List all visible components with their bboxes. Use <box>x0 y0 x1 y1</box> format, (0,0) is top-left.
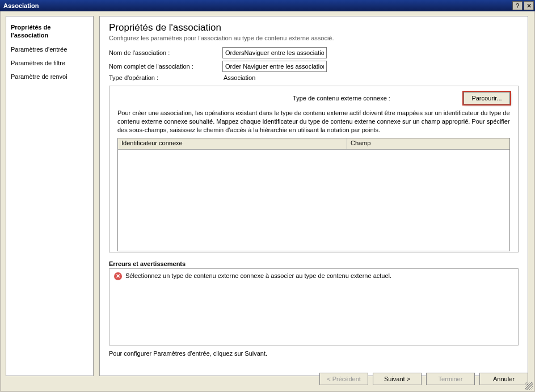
related-ect-label: Type de contenu externe connexe : <box>220 95 464 102</box>
related-ect-panel: Type de contenu externe connexe : Parcou… <box>109 86 519 252</box>
grid-header: Identificateur connexe Champ <box>118 138 509 150</box>
content-area: Propriétés de l'association Configurez l… <box>99 16 528 376</box>
error-message: Sélectionnez un type de contenu externe … <box>125 272 391 279</box>
assoc-fullname-input[interactable] <box>222 61 327 72</box>
assoc-name-label: Nom de l'association : <box>109 49 222 56</box>
cancel-button[interactable]: Annuler <box>479 373 528 385</box>
nav-item-input-params[interactable]: Paramètres d'entrée <box>10 43 90 57</box>
assoc-fullname-label: Nom complet de l'association : <box>109 63 222 70</box>
close-button[interactable]: ✕ <box>524 1 534 10</box>
error-icon: ✕ <box>114 272 122 280</box>
nav-item-properties[interactable]: Propriétés de l'association <box>10 21 90 43</box>
next-button[interactable]: Suivant > <box>373 373 422 385</box>
error-row: ✕ Sélectionnez un type de contenu extern… <box>114 272 513 280</box>
wizard-nav: Propriétés de l'association Paramètres d… <box>6 16 94 376</box>
optype-label: Type d'opération : <box>109 74 222 81</box>
browse-button[interactable]: Parcourir... <box>464 92 510 104</box>
assoc-name-input[interactable] <box>222 47 327 58</box>
page-subtitle: Configurez les paramètres pour l'associa… <box>109 35 519 41</box>
resize-grip-icon[interactable] <box>525 382 533 390</box>
dialog-body: Propriétés de l'association Paramètres d… <box>0 11 535 392</box>
next-hint: Pour configurer Paramètres d'entrée, cli… <box>109 350 519 357</box>
col-identifier-header[interactable]: Identificateur connexe <box>118 138 347 149</box>
related-ect-description: Pour créer une association, les opératio… <box>117 109 510 134</box>
col-field-header[interactable]: Champ <box>347 138 509 149</box>
optype-value: Association <box>222 74 255 81</box>
errors-heading: Erreurs et avertissements <box>109 260 519 267</box>
window-title: Association <box>3 2 39 9</box>
finish-button: Terminer <box>426 373 475 385</box>
errors-panel: ✕ Sélectionnez un type de contenu extern… <box>109 268 519 345</box>
window-titlebar: Association ? ✕ <box>0 0 535 11</box>
identifier-grid: Identificateur connexe Champ <box>117 138 510 251</box>
nav-item-filter-params[interactable]: Paramètres de filtre <box>10 57 90 70</box>
page-heading: Propriétés de l'association <box>109 22 519 33</box>
help-button[interactable]: ? <box>512 1 523 10</box>
nav-item-return-param[interactable]: Paramètre de renvoi <box>10 70 90 84</box>
back-button: < Précédent <box>319 373 368 385</box>
wizard-footer: < Précédent Suivant > Terminer Annuler <box>99 370 528 387</box>
